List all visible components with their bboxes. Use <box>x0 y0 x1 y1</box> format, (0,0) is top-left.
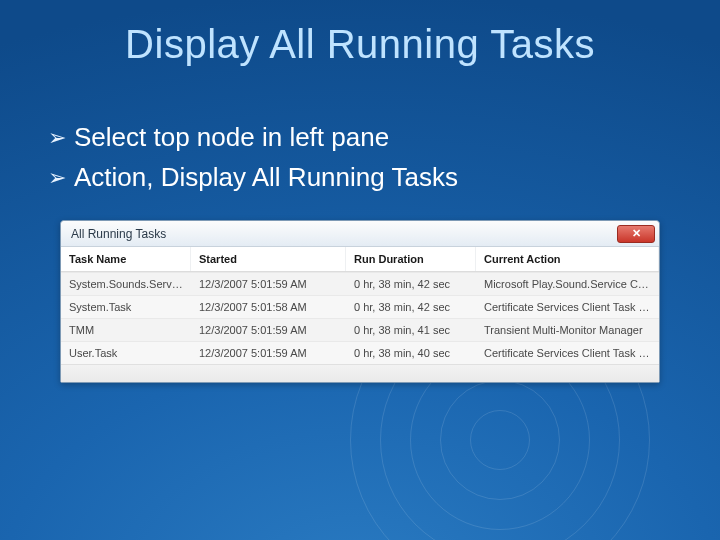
col-current-action[interactable]: Current Action <box>476 247 659 271</box>
window-titlebar: All Running Tasks ✕ <box>61 221 659 247</box>
col-run-duration[interactable]: Run Duration <box>346 247 476 271</box>
close-button[interactable]: ✕ <box>617 225 655 243</box>
table-row[interactable]: User.Task 12/3/2007 5:01:59 AM 0 hr, 38 … <box>61 341 659 364</box>
cell-started: 12/3/2007 5:01:59 AM <box>191 341 346 364</box>
bullet-text: Action, Display All Running Tasks <box>74 158 458 197</box>
bullet-item: ➢ Action, Display All Running Tasks <box>48 158 672 198</box>
cell-current-action: Microsoft Play.Sound.Service Class <box>476 272 659 295</box>
col-started[interactable]: Started <box>191 247 346 271</box>
cell-current-action: Certificate Services Client Task Han <box>476 295 659 318</box>
cell-run-duration: 0 hr, 38 min, 42 sec <box>346 295 476 318</box>
table-header-row: Task Name Started Run Duration Current A… <box>61 247 659 272</box>
cell-run-duration: 0 hr, 38 min, 41 sec <box>346 318 476 341</box>
slide-title: Display All Running Tasks <box>0 22 720 67</box>
cell-started: 12/3/2007 5:01:59 AM <box>191 318 346 341</box>
cell-started: 12/3/2007 5:01:59 AM <box>191 272 346 295</box>
cell-task-name: System.Sounds.Service <box>61 272 191 295</box>
close-icon: ✕ <box>632 227 641 240</box>
table-body: System.Sounds.Service 12/3/2007 5:01:59 … <box>61 272 659 364</box>
bullet-arrow-icon: ➢ <box>48 158 66 198</box>
running-tasks-window: All Running Tasks ✕ Task Name Started Ru… <box>60 220 660 383</box>
cell-current-action: Transient Multi-Monitor Manager <box>476 318 659 341</box>
cell-task-name: System.Task <box>61 295 191 318</box>
table-row[interactable]: System.Sounds.Service 12/3/2007 5:01:59 … <box>61 272 659 295</box>
window-title: All Running Tasks <box>71 227 166 241</box>
cell-task-name: TMM <box>61 318 191 341</box>
cell-task-name: User.Task <box>61 341 191 364</box>
bullet-text: Select top node in left pane <box>74 118 389 157</box>
table-row[interactable]: System.Task 12/3/2007 5:01:58 AM 0 hr, 3… <box>61 295 659 318</box>
cell-current-action: Certificate Services Client Task Han <box>476 341 659 364</box>
bullet-list: ➢ Select top node in left pane ➢ Action,… <box>48 118 672 197</box>
bullet-item: ➢ Select top node in left pane <box>48 118 672 158</box>
cell-started: 12/3/2007 5:01:58 AM <box>191 295 346 318</box>
cell-run-duration: 0 hr, 38 min, 40 sec <box>346 341 476 364</box>
cell-run-duration: 0 hr, 38 min, 42 sec <box>346 272 476 295</box>
window-footer-pad <box>61 364 659 382</box>
table-row[interactable]: TMM 12/3/2007 5:01:59 AM 0 hr, 38 min, 4… <box>61 318 659 341</box>
col-task-name[interactable]: Task Name <box>61 247 191 271</box>
bullet-arrow-icon: ➢ <box>48 118 66 158</box>
